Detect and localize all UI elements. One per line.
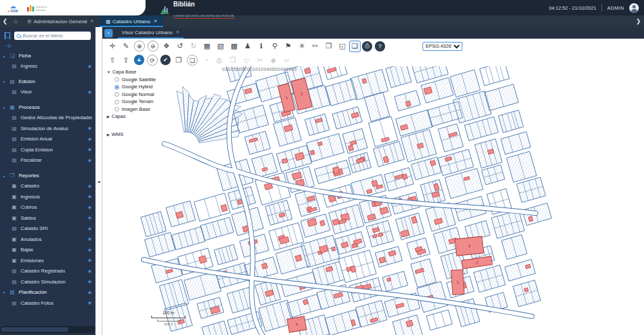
favorite-star-icon[interactable]: ★ [87,257,92,263]
scalebar-metric-label: 100 m [151,311,185,315]
close-icon[interactable]: ✕ [176,30,180,35]
chevron-icon[interactable]: ▴ [0,173,8,178]
favorite-star-icon[interactable]: ★ [87,63,92,70]
sidebar-item-ingreso[interactable]: ▤Ingreso★ [0,61,95,72]
favorite-star-icon[interactable]: ★ [87,157,92,164]
radio-icon[interactable] [115,107,119,111]
bookmark-icon[interactable] [5,32,10,40]
measure-icon[interactable]: ✳ [295,39,308,53]
base-layer-google-satellite[interactable]: Google Satellite [115,76,156,84]
radio-icon[interactable] [115,85,119,90]
rotate-right-icon[interactable]: ↻ [187,39,200,53]
viewer-back-button[interactable]: ‹ [104,29,113,37]
capa-base-section[interactable]: ▼ Capa Base [107,68,156,76]
favorite-star-icon[interactable]: ★ [87,247,92,253]
pan-icon[interactable]: ✛ [106,39,119,53]
sidebar-resize-icon[interactable]: ◁▷ [6,43,95,48]
edit-geometry-icon[interactable]: ✏ [308,39,322,53]
base-layer-google-normal[interactable]: Google Normal [115,91,156,99]
favorite-star-icon[interactable]: ★ [87,215,92,221]
refresh-icon[interactable]: ⟳ [147,55,158,66]
zoom-extent-icon[interactable]: ❖ [160,39,173,53]
main-tabbar: ❮ ⌂ ⚙Administracion General✕▦Catastro Ur… [0,15,644,27]
splitter-handle-icon[interactable]: ◂▸ [97,179,100,184]
sidebar: ◁▷ ▴❏Ficha▤Ingreso★▾▤Edicion▤Visor★▴▦Pro… [0,27,95,335]
highlight-building[interactable]: 2 [462,256,492,269]
zoom-in-icon[interactable]: ⊕ [134,41,145,52]
favorite-star-icon[interactable]: ★ [87,300,92,306]
chevron-icon[interactable]: ▴ [0,53,8,58]
sidebar-item-catastro-fotos[interactable]: ▤Catastro Fotos★ [0,298,95,309]
favorite-star-icon[interactable]: ★ [87,278,92,285]
help-icon[interactable]: ? [375,41,385,52]
clipboard-icon[interactable]: ❏ [349,41,361,52]
add-feature-icon[interactable]: + [134,55,144,65]
confirm-icon[interactable]: ✔ [160,55,171,65]
panel-splitter[interactable]: ◂▸ [95,27,102,335]
capas-section[interactable]: ▶ Capas [107,113,156,121]
print-icon[interactable]: ⎙ [362,41,372,52]
chevron-icon[interactable]: ▾ [0,290,8,294]
select-area-icon[interactable]: ▩ [227,39,241,53]
favorite-star-icon[interactable]: ★ [87,125,92,131]
home-icon[interactable]: ⌂ [10,18,21,24]
favorite-star-icon[interactable]: ★ [87,289,92,296]
copy-feature-icon[interactable]: ❐ [322,39,336,53]
chevron-icon[interactable]: ▾ [0,79,8,84]
highlight-building[interactable]: 1 [451,269,464,294]
sidebar-item-label: Emision Anual [21,136,52,142]
favorite-star-icon[interactable]: ★ [87,146,92,153]
import-icon[interactable]: ⇪ [119,53,133,67]
sidebar-item-label: Bajas [21,247,33,253]
chevron-icon[interactable]: ▴ [0,105,8,110]
highlight-building[interactable]: 4 [287,316,307,332]
copy-geometry-icon[interactable]: ❐ [172,53,185,67]
draw-icon[interactable]: ✎ [119,39,133,53]
favorite-star-icon[interactable]: ★ [87,204,92,211]
sidebar-hscrollbar[interactable] [0,326,95,333]
search-input[interactable] [23,33,88,39]
zoom-out-icon[interactable]: ⊖ [147,41,158,52]
wms-section[interactable]: ▶ WMS [107,131,156,139]
favorite-star-icon[interactable]: ★ [87,236,92,242]
sidebar-item-visor[interactable]: ▤Visor★ [0,87,95,98]
radio-icon[interactable] [115,92,119,97]
biblian-brand: Biblián GOBIERNO AUTONOMO DESCENTRALIZAD… [160,1,234,19]
flag-icon[interactable]: ⚑ [281,39,295,53]
favorite-star-icon[interactable]: ★ [87,268,92,274]
base-layer-google-terrain[interactable]: Google Terrain [115,99,156,106]
info-icon[interactable]: ℹ [254,39,268,53]
tab-administracion-general[interactable]: ⚙Administracion General✕ [21,15,100,27]
divider [601,4,602,12]
shrink-icon[interactable]: ◱ [336,39,349,53]
scrollbar-thumb[interactable] [1,327,68,332]
highlight-building[interactable]: 2 [455,236,484,256]
close-icon[interactable]: ✕ [90,19,94,24]
rotate-left-icon[interactable]: ↺ [173,39,187,53]
tabs-forward-icon[interactable]: ❯ [632,18,644,24]
user-avatar-icon[interactable] [629,3,639,13]
scalebar-imperial-label: 300 ft [151,322,185,326]
base-layer-imagen-base[interactable]: Imagen Base [115,106,156,113]
base-layer-google-hybrid[interactable]: Google Hybrid [115,84,156,91]
select-layers-icon[interactable]: ▦ [200,39,214,53]
favorite-star-icon[interactable]: ★ [87,183,92,189]
favorite-star-icon[interactable]: ★ [87,136,92,142]
street-view-icon[interactable]: ⚲ [268,39,281,53]
viewer-tab[interactable]: Visor Catastro Urbano ✕ [118,27,184,39]
close-icon[interactable]: ✕ [153,19,157,24]
tabs-back-icon[interactable]: ❮ [0,18,10,24]
marker-icon[interactable]: ♟ [241,39,254,53]
paste-geometry-icon[interactable]: ❏ [187,55,198,66]
favorite-star-icon[interactable]: ★ [87,225,92,232]
tab-catastro-urbano[interactable]: ▦Catastro Urbano✕ [100,15,163,27]
map-canvas[interactable]: 122214 [102,66,644,335]
sidebar-item-fiscalizar[interactable]: ▤Fiscalizar★ [0,155,95,166]
favorite-star-icon[interactable]: ★ [87,193,92,200]
radio-icon[interactable] [115,100,119,104]
select-box-icon[interactable]: ▧ [214,39,227,53]
epsg-select[interactable]: EPSG:4326 [422,42,462,51]
export-icon[interactable]: ⇧ [106,53,119,67]
favorite-star-icon[interactable]: ★ [87,89,92,95]
radio-icon[interactable] [115,77,119,82]
